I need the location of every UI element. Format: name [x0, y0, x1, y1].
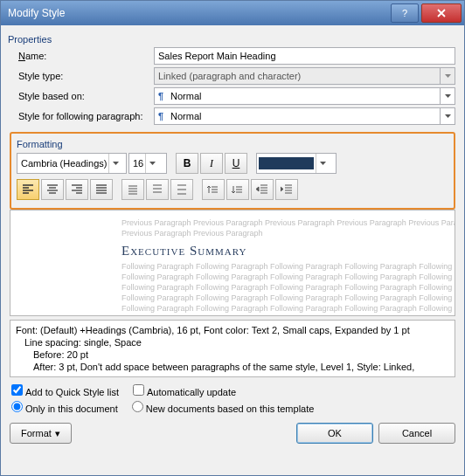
underline-button[interactable]: U	[225, 153, 247, 174]
name-input[interactable]	[154, 47, 455, 65]
style-type-label: Style type:	[18, 71, 154, 81]
close-button[interactable]	[421, 3, 462, 23]
increase-indent-button[interactable]	[275, 179, 298, 200]
align-center-button[interactable]	[41, 179, 64, 200]
titlebar: Modify Style ?	[1, 1, 464, 25]
preview-pane: Previous Paragraph Previous Paragraph Pr…	[10, 210, 455, 316]
bold-button[interactable]: B	[176, 153, 198, 174]
align-right-button[interactable]	[66, 179, 88, 200]
spacing-double-button[interactable]	[170, 179, 193, 200]
pilcrow-icon: ¶	[158, 111, 167, 121]
cancel-button[interactable]: Cancel	[378, 423, 455, 444]
font-color-select[interactable]	[256, 153, 337, 174]
italic-button[interactable]: I	[200, 153, 223, 174]
align-justify-button[interactable]	[90, 179, 113, 200]
only-this-doc-radio[interactable]: Only in this document	[11, 401, 118, 414]
pilcrow-icon: ¶	[158, 91, 167, 101]
new-docs-radio[interactable]: New documents based on this template	[132, 401, 315, 414]
chevron-down-icon[interactable]	[145, 154, 158, 173]
align-left-button[interactable]	[17, 179, 39, 200]
style-description: Font: (Default) +Headings (Cambria), 16 …	[10, 320, 455, 377]
chevron-down-icon: ▾	[55, 428, 60, 439]
color-swatch	[259, 157, 314, 169]
auto-update-checkbox[interactable]: Automatically update	[133, 384, 236, 397]
window-title: Modify Style	[8, 7, 65, 19]
properties-label: Properties	[8, 34, 455, 45]
following-para-select[interactable]: ¶ Normal	[154, 107, 455, 125]
following-para-label: Style for following paragraph:	[18, 111, 154, 121]
font-name-select[interactable]: Cambria (Headings)	[17, 153, 127, 174]
font-size-select[interactable]: 16	[128, 153, 167, 174]
decrease-indent-button[interactable]	[251, 179, 274, 200]
modify-style-dialog: Modify Style ? Properties Name: Style ty…	[0, 0, 465, 476]
ok-button[interactable]: OK	[296, 423, 373, 444]
chevron-down-icon[interactable]	[440, 108, 455, 124]
preview-heading: Executive Summary	[121, 244, 444, 259]
chevron-down-icon	[440, 68, 455, 84]
quick-style-checkbox[interactable]: Add to Quick Style list	[11, 384, 119, 397]
space-before-inc-button[interactable]	[202, 179, 225, 200]
based-on-select[interactable]: ¶ Normal	[154, 87, 455, 105]
name-label: Name:	[18, 51, 154, 61]
based-on-label: Style based on:	[18, 91, 154, 101]
space-before-dec-button[interactable]	[226, 179, 249, 200]
formatting-section: Formatting Cambria (Headings) 16 B I U	[10, 132, 455, 210]
chevron-down-icon[interactable]	[316, 154, 329, 173]
chevron-down-icon[interactable]	[108, 154, 121, 173]
spacing-15-button[interactable]	[146, 179, 169, 200]
chevron-down-icon[interactable]	[440, 88, 455, 104]
format-button[interactable]: Format ▾	[10, 423, 72, 444]
style-type-select: Linked (paragraph and character)	[154, 67, 455, 85]
spacing-single-button[interactable]	[121, 179, 144, 200]
help-button[interactable]: ?	[391, 3, 419, 23]
formatting-label: Formatting	[17, 139, 448, 149]
